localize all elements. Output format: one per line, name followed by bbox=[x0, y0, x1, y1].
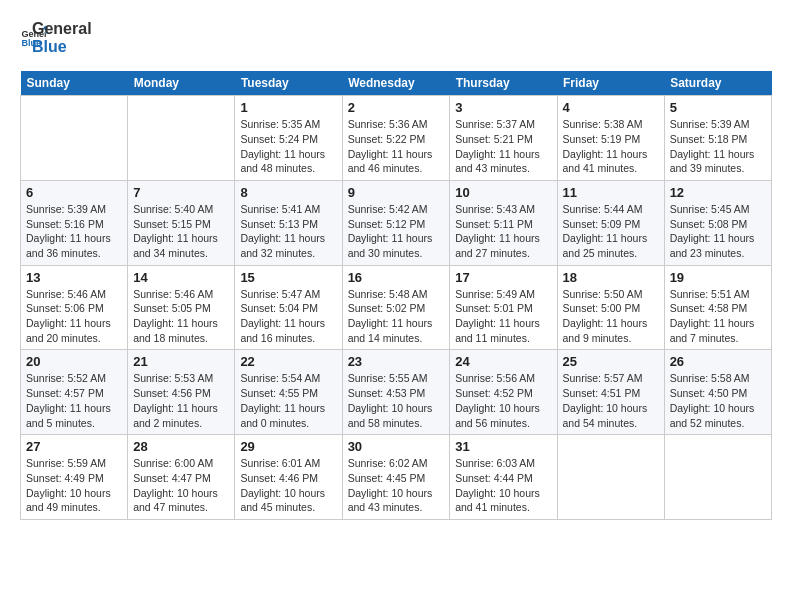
day-number: 25 bbox=[563, 354, 659, 369]
day-info: Sunrise: 5:52 AM Sunset: 4:57 PM Dayligh… bbox=[26, 371, 122, 430]
day-info: Sunrise: 5:53 AM Sunset: 4:56 PM Dayligh… bbox=[133, 371, 229, 430]
calendar-cell: 29Sunrise: 6:01 AM Sunset: 4:46 PM Dayli… bbox=[235, 435, 342, 520]
weekday-header-row: SundayMondayTuesdayWednesdayThursdayFrid… bbox=[21, 71, 772, 96]
calendar-cell: 12Sunrise: 5:45 AM Sunset: 5:08 PM Dayli… bbox=[664, 180, 771, 265]
calendar-cell: 17Sunrise: 5:49 AM Sunset: 5:01 PM Dayli… bbox=[450, 265, 557, 350]
day-info: Sunrise: 5:50 AM Sunset: 5:00 PM Dayligh… bbox=[563, 287, 659, 346]
day-number: 28 bbox=[133, 439, 229, 454]
calendar-cell: 10Sunrise: 5:43 AM Sunset: 5:11 PM Dayli… bbox=[450, 180, 557, 265]
day-info: Sunrise: 5:51 AM Sunset: 4:58 PM Dayligh… bbox=[670, 287, 766, 346]
day-number: 16 bbox=[348, 270, 445, 285]
page-header: General Blue General Blue bbox=[20, 20, 772, 55]
weekday-header-monday: Monday bbox=[128, 71, 235, 96]
day-info: Sunrise: 5:46 AM Sunset: 5:05 PM Dayligh… bbox=[133, 287, 229, 346]
day-info: Sunrise: 5:47 AM Sunset: 5:04 PM Dayligh… bbox=[240, 287, 336, 346]
day-number: 23 bbox=[348, 354, 445, 369]
day-number: 19 bbox=[670, 270, 766, 285]
weekday-header-friday: Friday bbox=[557, 71, 664, 96]
day-number: 22 bbox=[240, 354, 336, 369]
day-number: 26 bbox=[670, 354, 766, 369]
day-number: 14 bbox=[133, 270, 229, 285]
day-number: 6 bbox=[26, 185, 122, 200]
day-info: Sunrise: 5:43 AM Sunset: 5:11 PM Dayligh… bbox=[455, 202, 551, 261]
calendar-cell bbox=[21, 96, 128, 181]
day-number: 30 bbox=[348, 439, 445, 454]
calendar-cell: 14Sunrise: 5:46 AM Sunset: 5:05 PM Dayli… bbox=[128, 265, 235, 350]
day-info: Sunrise: 6:02 AM Sunset: 4:45 PM Dayligh… bbox=[348, 456, 445, 515]
calendar-cell: 18Sunrise: 5:50 AM Sunset: 5:00 PM Dayli… bbox=[557, 265, 664, 350]
calendar-cell: 25Sunrise: 5:57 AM Sunset: 4:51 PM Dayli… bbox=[557, 350, 664, 435]
day-info: Sunrise: 5:37 AM Sunset: 5:21 PM Dayligh… bbox=[455, 117, 551, 176]
calendar-cell: 1Sunrise: 5:35 AM Sunset: 5:24 PM Daylig… bbox=[235, 96, 342, 181]
calendar-cell: 15Sunrise: 5:47 AM Sunset: 5:04 PM Dayli… bbox=[235, 265, 342, 350]
day-info: Sunrise: 5:39 AM Sunset: 5:18 PM Dayligh… bbox=[670, 117, 766, 176]
calendar-table: SundayMondayTuesdayWednesdayThursdayFrid… bbox=[20, 71, 772, 520]
day-info: Sunrise: 5:59 AM Sunset: 4:49 PM Dayligh… bbox=[26, 456, 122, 515]
week-row-1: 1Sunrise: 5:35 AM Sunset: 5:24 PM Daylig… bbox=[21, 96, 772, 181]
day-info: Sunrise: 5:57 AM Sunset: 4:51 PM Dayligh… bbox=[563, 371, 659, 430]
day-info: Sunrise: 6:03 AM Sunset: 4:44 PM Dayligh… bbox=[455, 456, 551, 515]
day-info: Sunrise: 5:36 AM Sunset: 5:22 PM Dayligh… bbox=[348, 117, 445, 176]
day-number: 27 bbox=[26, 439, 122, 454]
day-info: Sunrise: 5:58 AM Sunset: 4:50 PM Dayligh… bbox=[670, 371, 766, 430]
day-info: Sunrise: 5:54 AM Sunset: 4:55 PM Dayligh… bbox=[240, 371, 336, 430]
day-number: 15 bbox=[240, 270, 336, 285]
day-number: 18 bbox=[563, 270, 659, 285]
calendar-cell bbox=[557, 435, 664, 520]
calendar-cell: 16Sunrise: 5:48 AM Sunset: 5:02 PM Dayli… bbox=[342, 265, 450, 350]
day-info: Sunrise: 5:38 AM Sunset: 5:19 PM Dayligh… bbox=[563, 117, 659, 176]
day-info: Sunrise: 5:45 AM Sunset: 5:08 PM Dayligh… bbox=[670, 202, 766, 261]
day-info: Sunrise: 5:44 AM Sunset: 5:09 PM Dayligh… bbox=[563, 202, 659, 261]
calendar-cell bbox=[128, 96, 235, 181]
calendar-cell: 2Sunrise: 5:36 AM Sunset: 5:22 PM Daylig… bbox=[342, 96, 450, 181]
calendar-cell: 5Sunrise: 5:39 AM Sunset: 5:18 PM Daylig… bbox=[664, 96, 771, 181]
day-number: 7 bbox=[133, 185, 229, 200]
calendar-cell: 6Sunrise: 5:39 AM Sunset: 5:16 PM Daylig… bbox=[21, 180, 128, 265]
day-number: 31 bbox=[455, 439, 551, 454]
day-number: 5 bbox=[670, 100, 766, 115]
day-number: 9 bbox=[348, 185, 445, 200]
day-number: 10 bbox=[455, 185, 551, 200]
calendar-cell: 23Sunrise: 5:55 AM Sunset: 4:53 PM Dayli… bbox=[342, 350, 450, 435]
weekday-header-sunday: Sunday bbox=[21, 71, 128, 96]
day-info: Sunrise: 5:35 AM Sunset: 5:24 PM Dayligh… bbox=[240, 117, 336, 176]
day-info: Sunrise: 5:42 AM Sunset: 5:12 PM Dayligh… bbox=[348, 202, 445, 261]
day-info: Sunrise: 5:49 AM Sunset: 5:01 PM Dayligh… bbox=[455, 287, 551, 346]
weekday-header-wednesday: Wednesday bbox=[342, 71, 450, 96]
day-number: 4 bbox=[563, 100, 659, 115]
calendar-cell: 4Sunrise: 5:38 AM Sunset: 5:19 PM Daylig… bbox=[557, 96, 664, 181]
week-row-5: 27Sunrise: 5:59 AM Sunset: 4:49 PM Dayli… bbox=[21, 435, 772, 520]
day-number: 17 bbox=[455, 270, 551, 285]
day-number: 20 bbox=[26, 354, 122, 369]
day-info: Sunrise: 5:56 AM Sunset: 4:52 PM Dayligh… bbox=[455, 371, 551, 430]
calendar-cell: 7Sunrise: 5:40 AM Sunset: 5:15 PM Daylig… bbox=[128, 180, 235, 265]
calendar-cell: 11Sunrise: 5:44 AM Sunset: 5:09 PM Dayli… bbox=[557, 180, 664, 265]
day-info: Sunrise: 5:41 AM Sunset: 5:13 PM Dayligh… bbox=[240, 202, 336, 261]
weekday-header-thursday: Thursday bbox=[450, 71, 557, 96]
calendar-cell: 9Sunrise: 5:42 AM Sunset: 5:12 PM Daylig… bbox=[342, 180, 450, 265]
week-row-4: 20Sunrise: 5:52 AM Sunset: 4:57 PM Dayli… bbox=[21, 350, 772, 435]
day-number: 29 bbox=[240, 439, 336, 454]
day-info: Sunrise: 5:39 AM Sunset: 5:16 PM Dayligh… bbox=[26, 202, 122, 261]
logo: General Blue General Blue bbox=[20, 20, 92, 55]
calendar-cell: 26Sunrise: 5:58 AM Sunset: 4:50 PM Dayli… bbox=[664, 350, 771, 435]
day-number: 1 bbox=[240, 100, 336, 115]
week-row-2: 6Sunrise: 5:39 AM Sunset: 5:16 PM Daylig… bbox=[21, 180, 772, 265]
calendar-cell: 13Sunrise: 5:46 AM Sunset: 5:06 PM Dayli… bbox=[21, 265, 128, 350]
day-number: 8 bbox=[240, 185, 336, 200]
day-number: 11 bbox=[563, 185, 659, 200]
day-number: 3 bbox=[455, 100, 551, 115]
day-number: 24 bbox=[455, 354, 551, 369]
day-number: 21 bbox=[133, 354, 229, 369]
day-info: Sunrise: 6:00 AM Sunset: 4:47 PM Dayligh… bbox=[133, 456, 229, 515]
calendar-cell: 28Sunrise: 6:00 AM Sunset: 4:47 PM Dayli… bbox=[128, 435, 235, 520]
calendar-cell: 22Sunrise: 5:54 AM Sunset: 4:55 PM Dayli… bbox=[235, 350, 342, 435]
weekday-header-saturday: Saturday bbox=[664, 71, 771, 96]
calendar-cell: 31Sunrise: 6:03 AM Sunset: 4:44 PM Dayli… bbox=[450, 435, 557, 520]
logo-blue: Blue bbox=[32, 38, 92, 56]
day-info: Sunrise: 6:01 AM Sunset: 4:46 PM Dayligh… bbox=[240, 456, 336, 515]
calendar-cell bbox=[664, 435, 771, 520]
calendar-cell: 3Sunrise: 5:37 AM Sunset: 5:21 PM Daylig… bbox=[450, 96, 557, 181]
calendar-cell: 19Sunrise: 5:51 AM Sunset: 4:58 PM Dayli… bbox=[664, 265, 771, 350]
day-info: Sunrise: 5:48 AM Sunset: 5:02 PM Dayligh… bbox=[348, 287, 445, 346]
